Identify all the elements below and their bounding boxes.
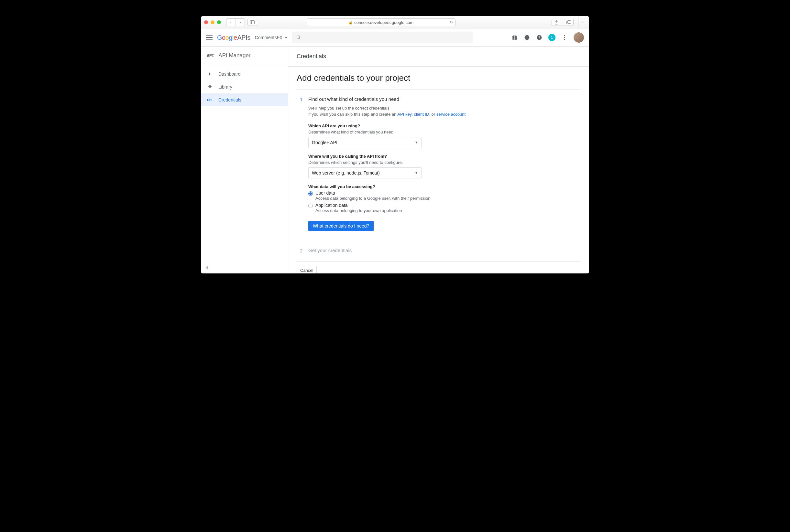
app-header: GoogleAPIs CommentsFX ▼	[201, 29, 589, 46]
link-api-key[interactable]: API key	[397, 112, 411, 117]
section-title: Credentials	[288, 46, 589, 66]
minimize-window-button[interactable]	[210, 20, 215, 24]
select-value: Web server (e.g. node.js, Tomcat)	[312, 170, 380, 175]
help-icon[interactable]: ?	[536, 34, 543, 41]
share-button[interactable]	[552, 19, 561, 26]
svg-point-17	[564, 35, 565, 36]
account-avatar[interactable]	[574, 32, 584, 43]
svg-point-10	[513, 35, 514, 37]
field-label-api: Which API are you using?	[308, 124, 581, 128]
nav-back-forward: ‹ ›	[226, 18, 245, 26]
menu-button[interactable]	[206, 35, 213, 40]
help-text: We'll help you set up the correct creden…	[308, 105, 581, 112]
radio-input[interactable]	[308, 204, 313, 208]
gift-icon[interactable]	[512, 34, 518, 41]
caret-down-icon: ▼	[415, 171, 418, 174]
what-credentials-button[interactable]: What credentials do I need?	[308, 221, 374, 231]
forward-button[interactable]: ›	[236, 19, 244, 26]
sidebar-item-label: Dashboard	[218, 72, 241, 77]
svg-text:?: ?	[538, 36, 540, 39]
radio-label: User data	[315, 190, 335, 195]
close-window-button[interactable]	[204, 20, 208, 24]
link-client-id[interactable]: client ID	[414, 112, 429, 117]
svg-line-6	[299, 38, 300, 39]
sidebar-collapse-button[interactable]: ‹I	[201, 262, 288, 273]
svg-rect-14	[527, 38, 527, 39]
svg-rect-9	[514, 36, 515, 40]
help-text: If you wish you can skip this step and c…	[308, 111, 581, 118]
more-menu-icon[interactable]	[561, 34, 568, 41]
sidebar-item-library[interactable]: Library	[201, 80, 288, 93]
svg-point-19	[564, 39, 565, 40]
field-label-data-access: What data will you be accessing?	[308, 184, 581, 189]
content-area: Credentials Add credentials to your proj…	[288, 46, 589, 273]
notifications-badge[interactable]: 1	[548, 34, 555, 41]
cancel-button[interactable]: Cancel	[297, 266, 317, 273]
url-bar[interactable]: 🔒 console.developers.google.com ⟳	[307, 18, 456, 26]
sidebar-item-dashboard[interactable]: ✦ Dashboard	[201, 68, 288, 80]
sidebar-item-label: Library	[218, 84, 232, 90]
api-icon: API	[207, 53, 214, 58]
svg-point-5	[297, 36, 299, 38]
svg-point-18	[564, 37, 565, 38]
wizard-step-2: 2 Get your credentials	[297, 245, 581, 262]
sidebar-icon	[250, 20, 255, 24]
svg-rect-4	[567, 21, 571, 24]
wizard-step-1: 1 Find out what kind of credentials you …	[297, 94, 581, 236]
select-which-api[interactable]: Google+ API ▼	[308, 137, 422, 148]
svg-rect-13	[527, 36, 527, 38]
fullscreen-window-button[interactable]	[217, 20, 221, 24]
google-apis-logo[interactable]: GoogleAPIs	[217, 34, 251, 41]
tabs-button[interactable]	[564, 19, 574, 26]
url-text: console.developers.google.com	[354, 20, 414, 25]
new-tab-button[interactable]: +	[578, 16, 586, 29]
sidebar-item-credentials[interactable]: Credentials	[201, 93, 288, 106]
alert-icon[interactable]	[524, 34, 530, 41]
browser-window: ‹ › 🔒 console.developers.google.com ⟳ +	[201, 16, 589, 273]
step-number: 1	[297, 96, 302, 231]
sidebar-toggle-button[interactable]	[247, 19, 257, 26]
search-icon	[296, 35, 301, 40]
search-input[interactable]	[292, 32, 473, 43]
window-controls	[204, 20, 221, 24]
caret-down-icon: ▼	[415, 140, 418, 144]
select-calling-from[interactable]: Web server (e.g. node.js, Tomcat) ▼	[308, 167, 422, 178]
sidebar-item-label: Credentials	[218, 97, 241, 102]
svg-point-11	[515, 35, 516, 37]
step-number: 2	[297, 248, 302, 256]
share-icon	[554, 20, 558, 24]
field-label-calling-from: Where will you be calling the API from?	[308, 154, 581, 159]
step-title: Find out what kind of credentials you ne…	[308, 96, 581, 102]
radio-input[interactable]	[308, 191, 313, 196]
lock-icon: 🔒	[348, 20, 353, 24]
svg-point-24	[207, 99, 209, 101]
step-title: Get your credentials	[308, 248, 581, 253]
svg-rect-0	[251, 21, 255, 24]
radio-description: Access data belonging to your own applic…	[315, 208, 581, 213]
caret-down-icon: ▼	[284, 36, 288, 39]
svg-rect-3	[567, 21, 570, 24]
project-name: CommentsFX	[255, 35, 283, 40]
sidebar-title: API API Manager	[201, 46, 288, 65]
select-value: Google+ API	[312, 140, 337, 145]
tabs-icon	[567, 20, 571, 24]
field-hint: Determines which settings you'll need to…	[308, 160, 581, 165]
link-service-account[interactable]: service account	[436, 112, 465, 117]
field-hint: Determines what kind of credentials you …	[308, 130, 581, 134]
dashboard-icon: ✦	[207, 72, 213, 77]
key-icon	[207, 97, 213, 102]
sidebar: API API Manager ✦ Dashboard Library	[201, 46, 288, 273]
radio-description: Access data belonging to a Google user, …	[315, 196, 581, 201]
back-button[interactable]: ‹	[226, 19, 236, 26]
page-title: Add credentials to your project	[297, 73, 581, 83]
radio-label: Application data	[315, 203, 348, 208]
radio-user-data[interactable]: User data	[308, 190, 581, 196]
library-icon	[207, 84, 213, 90]
browser-titlebar: ‹ › 🔒 console.developers.google.com ⟳ +	[201, 16, 589, 29]
project-selector[interactable]: CommentsFX ▼	[255, 35, 288, 40]
reload-icon[interactable]: ⟳	[450, 20, 453, 24]
radio-application-data[interactable]: Application data	[308, 203, 581, 208]
